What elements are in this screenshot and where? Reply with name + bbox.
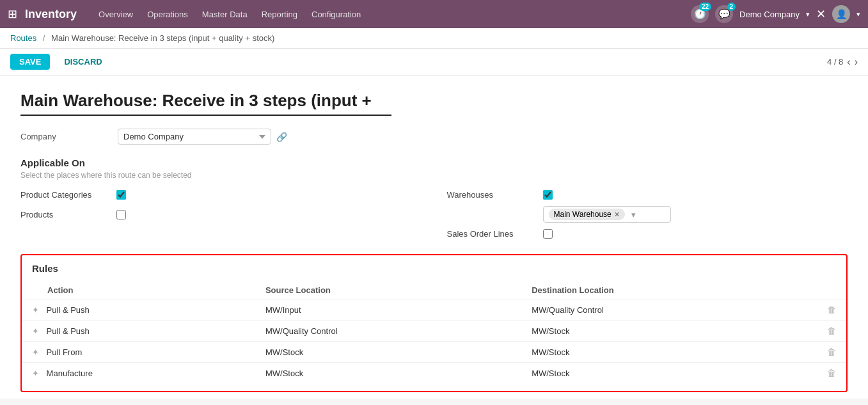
warehouses-tag-field[interactable]: Main Warehouse ✕ ▾ [543,206,671,223]
source-cell-0: MW/Input [255,299,521,321]
breadcrumb-parent[interactable]: Routes [10,33,36,43]
products-label: Products [20,210,110,219]
sales-order-lines-row: Sales Order Lines [447,229,848,239]
drag-handle-2[interactable]: ✦ [32,347,39,357]
product-categories-row: Product Categories [20,190,422,200]
table-row: ✦ Pull From MW/Stock MW/Stock 🗑 [22,342,846,363]
rules-section-title: Rules [22,263,846,274]
action-cell-1[interactable]: ✦ Pull & Push [22,321,255,342]
table-row: ✦ Pull & Push MW/Input MW/Quality Contro… [22,299,846,321]
col-source: Source Location [255,282,521,299]
menu-operations[interactable]: Operations [141,6,194,23]
product-categories-label: Product Categories [20,190,110,200]
col-action: Action [22,282,255,299]
company-field-row: Company Demo Company 🔗 [20,129,848,145]
message-badge-wrap[interactable]: 💬 2 [715,5,733,23]
menu-overview[interactable]: Overview [92,6,139,23]
delete-cell-3: 🗑 [817,363,846,384]
col-destination: Destination Location [521,282,817,299]
menu-configuration[interactable]: Configuration [305,6,367,23]
company-label: Company [20,132,110,141]
breadcrumb: Routes / Main Warehouse: Receive in 3 st… [0,28,868,49]
warehouses-row: Warehouses [447,190,848,200]
destination-cell-1: MW/Stock [521,321,817,342]
next-arrow[interactable]: › [855,56,858,68]
delete-row-3[interactable]: 🗑 [827,368,836,378]
product-categories-checkbox[interactable] [116,190,126,200]
activity-count: 22 [699,3,711,11]
company-selector[interactable]: Demo Company [739,10,800,19]
save-button[interactable]: SAVE [10,54,50,70]
toolbar-right: 4 / 8 ‹ › [827,56,858,68]
external-link-icon[interactable]: 🔗 [276,132,287,142]
rules-table: Action Source Location Destination Locat… [22,282,846,383]
close-button[interactable]: ✕ [816,7,826,21]
rules-section: Rules Action Source Location Destination… [20,254,848,392]
destination-cell-0: MW/Quality Control [521,299,817,321]
prev-arrow[interactable]: ‹ [847,56,850,68]
source-cell-2: MW/Stock [255,342,521,363]
app-title: Inventory [25,8,77,21]
form-title[interactable]: Main Warehouse: Receive in 3 steps (inpu… [20,91,391,116]
discard-button[interactable]: DISCARD [55,54,111,70]
main-warehouse-tag: Main Warehouse ✕ [549,209,625,220]
toolbar: SAVE DISCARD 4 / 8 ‹ › [0,49,868,75]
warehouses-tag-row: Main Warehouse ✕ ▾ [447,206,848,223]
sales-order-lines-label: Sales Order Lines [447,229,537,239]
source-cell-3: MW/Stock [255,363,521,384]
menu-reporting[interactable]: Reporting [255,6,304,23]
delete-row-1[interactable]: 🗑 [827,326,836,336]
topnav-menu: Overview Operations Master Data Reportin… [92,6,683,23]
company-select[interactable]: Demo Company [118,129,271,145]
rules-table-header: Action Source Location Destination Locat… [22,282,846,299]
applicable-on-title: Applicable On [20,157,848,168]
grid-icon[interactable]: ⊞ [8,7,17,21]
destination-cell-2: MW/Stock [521,342,817,363]
products-checkbox[interactable] [116,210,126,219]
empty-left [20,229,422,239]
delete-cell-0: 🗑 [817,299,846,321]
company-dropdown-icon[interactable]: ▾ [806,10,810,19]
topnav-right: 🕐 22 💬 2 Demo Company ▾ ✕ 👤 ▾ [691,5,860,23]
delete-row-2[interactable]: 🗑 [827,347,836,357]
company-select-wrap: Demo Company 🔗 [118,129,287,145]
action-cell-3[interactable]: ✦ Manufacture [22,363,255,384]
topnav: ⊞ Inventory Overview Operations Master D… [0,0,868,28]
delete-row-0[interactable]: 🗑 [827,305,836,315]
warehouses-checkbox[interactable] [543,190,553,200]
source-cell-1: MW/Quality Control [255,321,521,342]
action-cell-0[interactable]: ✦ Pull & Push [22,299,255,321]
drag-handle-3[interactable]: ✦ [32,369,39,378]
checkbox-grid: Product Categories Warehouses Products M… [20,190,848,239]
drag-handle-0[interactable]: ✦ [32,305,39,315]
col-delete [817,282,846,299]
action-cell-2[interactable]: ✦ Pull From [22,342,255,363]
sales-order-lines-checkbox[interactable] [543,229,553,239]
warehouses-tag-dropdown-icon[interactable]: ▾ [631,210,636,219]
activity-badge-wrap[interactable]: 🕐 22 [691,5,709,23]
message-count: 2 [727,3,736,11]
delete-cell-2: 🗑 [817,342,846,363]
table-row: ✦ Pull & Push MW/Quality Control MW/Stoc… [22,321,846,342]
destination-cell-3: MW/Stock [521,363,817,384]
warehouses-label: Warehouses [447,190,537,200]
user-avatar[interactable]: 👤 [832,5,850,23]
main-content: Main Warehouse: Receive in 3 steps (inpu… [0,75,868,399]
delete-cell-1: 🗑 [817,321,846,342]
applicable-on-subtitle: Select the places where this route can b… [20,171,848,180]
table-row: ✦ Manufacture MW/Stock MW/Stock 🗑 [22,363,846,384]
menu-master-data[interactable]: Master Data [196,6,254,23]
breadcrumb-current: Main Warehouse: Receive in 3 steps (inpu… [51,33,274,43]
products-row: Products [20,206,422,223]
drag-handle-1[interactable]: ✦ [32,326,39,336]
pagination-label: 4 / 8 [827,57,843,67]
avatar-dropdown-icon[interactable]: ▾ [856,10,860,19]
breadcrumb-separator: / [43,33,45,43]
remove-warehouse-tag[interactable]: ✕ [614,210,620,219]
